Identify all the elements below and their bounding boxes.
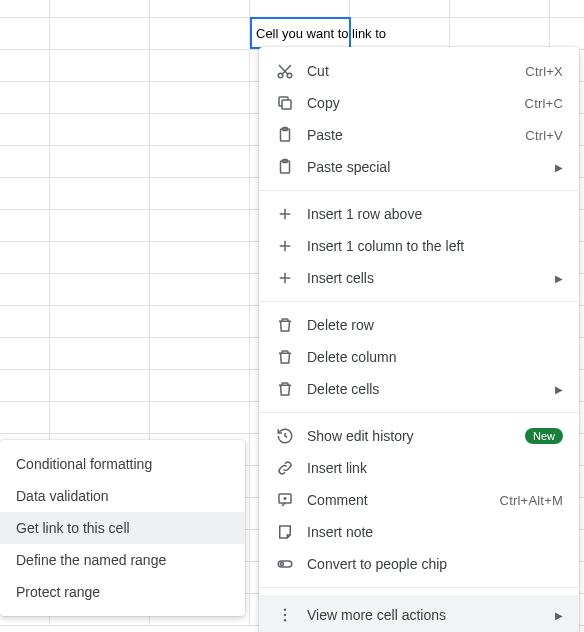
submenu-data-validation[interactable]: Data validation [0, 480, 245, 512]
submenu-item-label: Get link to this cell [16, 520, 130, 536]
link-icon [275, 458, 295, 478]
trash-icon [275, 379, 295, 399]
trash-icon [275, 347, 295, 367]
submenu-protect-range[interactable]: Protect range [0, 576, 245, 608]
menu-insert-row-above[interactable]: Insert 1 row above [259, 198, 579, 230]
svg-point-9 [281, 563, 284, 566]
menu-item-label: Insert note [307, 524, 563, 540]
menu-paste-special[interactable]: Paste special ▶ [259, 151, 579, 183]
menu-item-label: Convert to people chip [307, 556, 563, 572]
menu-item-label: Show edit history [307, 428, 525, 444]
menu-paste[interactable]: Paste Ctrl+V [259, 119, 579, 151]
menu-delete-column[interactable]: Delete column [259, 341, 579, 373]
menu-item-label: Insert link [307, 460, 563, 476]
plus-icon [275, 268, 295, 288]
menu-item-label: Paste special [307, 159, 547, 175]
menu-item-label: Insert 1 column to the left [307, 238, 563, 254]
menu-item-label: Insert 1 row above [307, 206, 563, 222]
svg-point-11 [284, 614, 286, 616]
menu-show-edit-history[interactable]: Show edit history New [259, 420, 579, 452]
submenu-arrow-icon: ▶ [555, 273, 563, 284]
menu-insert-column-left[interactable]: Insert 1 column to the left [259, 230, 579, 262]
menu-copy[interactable]: Copy Ctrl+C [259, 87, 579, 119]
svg-point-12 [284, 619, 286, 621]
submenu-get-link-to-cell[interactable]: Get link to this cell [0, 512, 245, 544]
menu-delete-cells[interactable]: Delete cells ▶ [259, 373, 579, 405]
menu-comment[interactable]: Comment Ctrl+Alt+M [259, 484, 579, 516]
cell-editor-input[interactable] [254, 25, 454, 42]
history-icon [275, 426, 295, 446]
note-icon [275, 522, 295, 542]
svg-rect-2 [282, 100, 291, 109]
svg-point-1 [287, 73, 292, 78]
menu-convert-people-chip[interactable]: Convert to people chip [259, 548, 579, 580]
menu-item-label: Delete row [307, 317, 563, 333]
submenu-define-named-range[interactable]: Define the named range [0, 544, 245, 576]
paste-icon [275, 157, 295, 177]
more-vert-icon [275, 605, 295, 625]
menu-view-more-cell-actions[interactable]: View more cell actions ▶ [259, 595, 579, 632]
trash-icon [275, 315, 295, 335]
menu-divider [259, 412, 579, 413]
menu-delete-row[interactable]: Delete row [259, 309, 579, 341]
menu-item-label: Cut [307, 63, 525, 79]
copy-icon [275, 93, 295, 113]
menu-item-shortcut: Ctrl+V [525, 128, 563, 143]
menu-divider [259, 301, 579, 302]
menu-divider [259, 190, 579, 191]
submenu-item-label: Conditional formatting [16, 456, 152, 472]
menu-item-label: Comment [307, 492, 500, 508]
submenu-arrow-icon: ▶ [555, 162, 563, 173]
menu-item-label: Insert cells [307, 270, 547, 286]
menu-item-label: Delete cells [307, 381, 547, 397]
people-chip-icon [275, 554, 295, 574]
menu-item-label: View more cell actions [307, 607, 547, 623]
menu-item-label: Paste [307, 127, 525, 143]
menu-item-shortcut: Ctrl+X [525, 64, 563, 79]
context-menu: Cut Ctrl+X Copy Ctrl+C Paste Ctrl+V Past… [259, 47, 579, 632]
cut-icon [275, 61, 295, 81]
plus-icon [275, 236, 295, 256]
submenu-item-label: Define the named range [16, 552, 166, 568]
svg-point-0 [278, 73, 283, 78]
menu-item-shortcut: Ctrl+Alt+M [500, 493, 563, 508]
active-cell[interactable] [250, 17, 351, 49]
submenu-arrow-icon: ▶ [555, 610, 563, 621]
paste-icon [275, 125, 295, 145]
submenu-item-label: Protect range [16, 584, 100, 600]
menu-insert-note[interactable]: Insert note [259, 516, 579, 548]
menu-cut[interactable]: Cut Ctrl+X [259, 55, 579, 87]
menu-item-label: Copy [307, 95, 525, 111]
submenu-item-label: Data validation [16, 488, 109, 504]
menu-insert-link[interactable]: Insert link [259, 452, 579, 484]
menu-divider [259, 587, 579, 588]
new-badge: New [525, 428, 563, 444]
svg-point-10 [284, 609, 286, 611]
plus-icon [275, 204, 295, 224]
submenu-conditional-formatting[interactable]: Conditional formatting [0, 448, 245, 480]
menu-item-label: Delete column [307, 349, 563, 365]
view-more-submenu: Conditional formatting Data validation G… [0, 440, 245, 616]
comment-icon [275, 490, 295, 510]
submenu-arrow-icon: ▶ [555, 384, 563, 395]
menu-insert-cells[interactable]: Insert cells ▶ [259, 262, 579, 294]
menu-item-shortcut: Ctrl+C [525, 96, 563, 111]
